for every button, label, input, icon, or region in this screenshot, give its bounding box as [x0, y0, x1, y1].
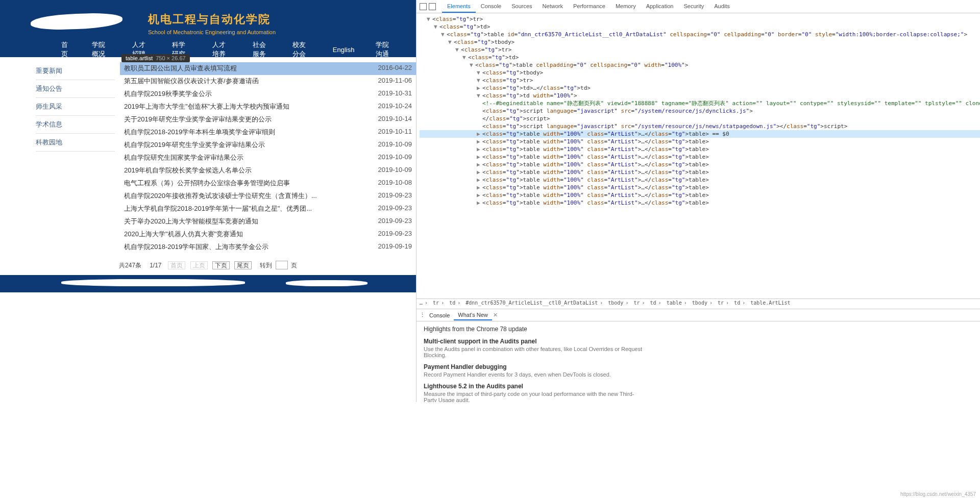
crumb[interactable]: #dnn_ctr63570_ArticleList__ctl0_ArtDataL…: [465, 300, 598, 306]
logo-scribble: [31, 11, 133, 36]
pager-first: 首页: [168, 261, 185, 269]
sidebar-item[interactable]: 师生风采: [36, 98, 115, 116]
article-row: 2020上海大学"机器人仿真大赛"竞赛通知2019-09-23: [120, 228, 416, 241]
crumb[interactable]: …: [420, 300, 423, 306]
crumb[interactable]: td: [449, 300, 455, 306]
crumb[interactable]: tbody: [608, 300, 623, 306]
dom-node[interactable]: ▼<class="tg">td width="100%">: [420, 92, 980, 99]
devtools-tab[interactable]: Memory: [610, 1, 641, 13]
devtools-tab[interactable]: Performance: [568, 1, 610, 13]
dom-node[interactable]: ▶<class="tg">table width="100%" class="A…: [420, 153, 980, 161]
dom-node[interactable]: ▶<class="tg">table width="100%" class="A…: [420, 168, 980, 176]
breadcrumb[interactable]: …› tr› td› #dnn_ctr63570_ArticleList__ct…: [416, 298, 980, 309]
inspect-icon[interactable]: [420, 3, 427, 10]
pager-next[interactable]: 下页: [212, 261, 230, 269]
dom-node[interactable]: ▼<class="tg">tbody>: [420, 38, 980, 46]
nav-item[interactable]: English: [333, 46, 355, 54]
article-title[interactable]: 机自学院2018-2019学年本科生单项奖学金评审细则: [124, 128, 275, 137]
article-row: 机自学院2020年接收推荐免试攻读硕士学位研究生（含直博生）...2019-09…: [120, 190, 416, 203]
article-title[interactable]: 关于2019年研究生学业奖学金评审结果变更的公示: [124, 115, 272, 124]
article-title[interactable]: 上海大学机自学院2018-2019学年第十一届"机自之星"、优秀团...: [124, 204, 312, 213]
sidebar-item[interactable]: 学术信息: [36, 116, 115, 134]
article-date: 2016-04-22: [378, 64, 412, 73]
dom-node[interactable]: <!--#begineditable name="静态翻页列表" viewid=…: [420, 99, 980, 107]
dom-node[interactable]: ▶<class="tg">td>…</class="tg">td>: [420, 84, 980, 92]
crumb[interactable]: tr: [633, 300, 640, 306]
article-title[interactable]: 2019年上海市大学生"创造杯"大赛上海大学校内预审通知: [124, 102, 289, 111]
dom-node[interactable]: ▼<class="tg">table id="dnn_ctr63570_Arti…: [420, 31, 980, 38]
devtools-tab[interactable]: Security: [678, 1, 709, 13]
drawer-tab-console[interactable]: Console: [425, 311, 454, 320]
sidebar-item[interactable]: 重要新闻: [36, 62, 115, 80]
wn-heading: Multi-client support in the Audits panel: [424, 338, 980, 345]
devtools-tab[interactable]: Audits: [709, 1, 735, 13]
sidebar-item[interactable]: 通知公告: [36, 80, 115, 98]
dom-node[interactable]: ▶<class="tg">table width="100%" class="A…: [420, 176, 980, 184]
crumb[interactable]: tbody: [692, 300, 707, 306]
dom-node[interactable]: ▶<class="tg">table width="100%" class="A…: [420, 161, 980, 168]
sidebar-item[interactable]: 科教园地: [36, 134, 115, 152]
nav-item[interactable]: 人才培养: [212, 40, 231, 59]
article-title[interactable]: 机自学院2020年接收推荐免试攻读硕士学位研究生（含直博生）...: [124, 191, 317, 201]
pager-last[interactable]: 尾页: [234, 261, 252, 269]
article-row: 机自学院2018-2019学年国家、上海市奖学金公示2019-09-19: [120, 241, 416, 254]
dom-node[interactable]: ▼<class="tg">td>: [420, 54, 980, 61]
article-title[interactable]: 第五届中国智能仪器仪表设计大赛/参赛邀请函: [124, 77, 259, 86]
article-list: 教职员工因公出国人员审查表填写流程2016-04-22第五届中国智能仪器仪表设计…: [120, 62, 416, 254]
dom-node[interactable]: <class="tg">script language="javascript"…: [420, 107, 980, 115]
drawer-menu-icon[interactable]: ⋮: [420, 312, 425, 318]
nav-item[interactable]: 学院概况: [92, 40, 111, 59]
article-title[interactable]: 教职员工因公出国人员审查表填写流程: [124, 64, 237, 73]
article-title[interactable]: 电气工程系（筹）公开招聘办公室综合事务管理岗位启事: [124, 179, 290, 188]
nav-item[interactable]: 首页: [61, 40, 70, 59]
dom-node[interactable]: ▶<class="tg">table width="100%" class="A…: [420, 191, 980, 199]
article-title[interactable]: 机自学院2019年研究生学业奖学金评审结果公示: [124, 140, 265, 150]
article-title[interactable]: 机自学院2019秋季奖学金公示: [124, 89, 212, 98]
close-tab-icon[interactable]: ✕: [493, 312, 498, 318]
inspect-tooltip: table.artlist750 × 26.67: [121, 54, 190, 62]
dom-node[interactable]: ▼<class="tg">tr>: [420, 46, 980, 54]
devtools-tab[interactable]: Console: [476, 1, 506, 13]
dom-node[interactable]: ▶<class="tg">table width="100%" class="A…: [420, 138, 980, 145]
dom-node[interactable]: ▶<class="tg">table width="100%" class="A…: [420, 199, 980, 207]
devtools-tab[interactable]: Network: [537, 1, 568, 13]
pager-input[interactable]: [276, 261, 288, 269]
devtools-tab[interactable]: Elements: [442, 1, 476, 13]
dom-node[interactable]: </class="tg">script>: [420, 115, 980, 122]
dom-node[interactable]: ▼<class="tg">tbody>: [420, 69, 980, 77]
article-date: 2019-10-09: [378, 166, 412, 175]
article-date: 2019-10-09: [378, 140, 412, 150]
dom-node[interactable]: ▼<class="tg">table cellpadding="0" cells…: [420, 61, 980, 69]
crumb[interactable]: table: [667, 300, 682, 306]
dom-node[interactable]: <class="tg">script language="javascript"…: [420, 122, 980, 130]
device-icon[interactable]: [429, 3, 436, 10]
article-title[interactable]: 2020上海大学"机器人仿真大赛"竞赛通知: [124, 230, 243, 239]
nav-item[interactable]: 学院沟通: [376, 40, 395, 59]
crumb[interactable]: tr: [718, 300, 724, 306]
dom-node[interactable]: ▶<class="tg">table width="100%" class="A…: [420, 130, 980, 138]
devtools-tab[interactable]: Application: [641, 1, 679, 13]
nav-item[interactable]: 社会服务: [253, 40, 272, 59]
dom-tree[interactable]: ▼<class="tg">tr>▼<class="tg">td>▼<class=…: [416, 13, 980, 298]
crumb[interactable]: tr: [433, 300, 439, 306]
article-title[interactable]: 2019年机自学院校长奖学金候选人名单公示: [124, 166, 252, 175]
nav-item[interactable]: 校友分会: [292, 40, 311, 59]
article-row: 关于举办2020上海大学智能模型车竞赛的通知2019-09-23: [120, 215, 416, 228]
devtools-tab[interactable]: Sources: [506, 1, 537, 13]
article-title[interactable]: 关于举办2020上海大学智能模型车竞赛的通知: [124, 217, 258, 226]
dom-node[interactable]: ▼<class="tg">tr>: [420, 77, 980, 84]
wn-desc: Record Payment Handler events for 3 days…: [424, 371, 643, 378]
dom-node[interactable]: ▼<class="tg">tr>: [420, 15, 980, 23]
drawer-tab-whatsnew[interactable]: What's New: [454, 310, 492, 320]
article-title[interactable]: 机自学院研究生国家奖学金评审结果公示: [124, 153, 243, 162]
crumb[interactable]: td: [734, 300, 740, 306]
crumb[interactable]: td: [650, 300, 656, 306]
article-row: 2019年上海市大学生"创造杯"大赛上海大学校内预审通知2019-10-24: [120, 101, 416, 113]
crumb[interactable]: table.ArtList: [750, 300, 790, 306]
article-row: 上海大学机自学院2018-2019学年第十一届"机自之星"、优秀团...2019…: [120, 203, 416, 215]
dom-node[interactable]: ▼<class="tg">td>: [420, 23, 980, 31]
article-title[interactable]: 机自学院2018-2019学年国家、上海市奖学金公示: [124, 242, 268, 252]
dom-node[interactable]: ▶<class="tg">table width="100%" class="A…: [420, 184, 980, 191]
pager-prev: 上页: [190, 261, 208, 269]
dom-node[interactable]: ▶<class="tg">table width="100%" class="A…: [420, 145, 980, 153]
